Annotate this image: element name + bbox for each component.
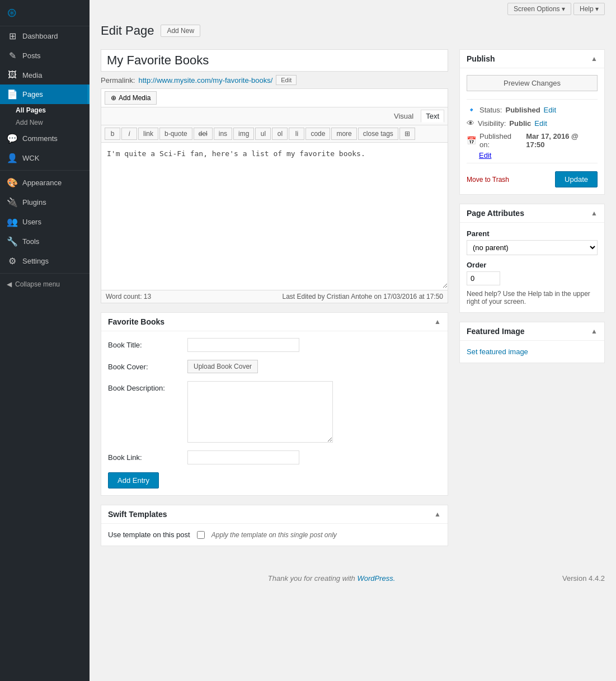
fmt-more[interactable]: more (331, 128, 356, 140)
fmt-bold[interactable]: b (105, 128, 120, 140)
add-media-label: Add Media (119, 94, 151, 102)
featured-image-toggle-icon: ▲ (591, 327, 598, 335)
preview-changes-button[interactable]: Preview Changes (467, 75, 598, 91)
favorite-books-body: Book Title: Book Cover: Upload Book Cove… (101, 331, 448, 495)
page-attributes-metabox: Page Attributes ▲ Parent (no parent) Ord… (459, 204, 605, 313)
swift-templates-metabox: Swift Templates ▲ Use template on this p… (101, 505, 448, 546)
permalink-url[interactable]: http://www.mysite.com/my-favorite-books/ (138, 76, 272, 84)
book-link-row: Book Link: (108, 450, 441, 464)
published-on-row: 📅 Published on: Mar 17, 2016 @ 17:50 (467, 130, 598, 151)
fmt-link[interactable]: link (138, 128, 158, 140)
fmt-code[interactable]: code (305, 128, 330, 140)
permalink-edit-button[interactable]: Edit (276, 75, 297, 85)
sidebar-item-dashboard[interactable]: ⊞ Dashboard (0, 26, 90, 46)
book-link-input[interactable] (187, 450, 299, 464)
sidebar-subitem-all-pages[interactable]: All Pages (0, 104, 90, 116)
sidebar-item-posts[interactable]: ✎ Posts (0, 46, 90, 65)
page-footer: Thank you for creating with WordPress. V… (90, 566, 616, 590)
swift-templates-header[interactable]: Swift Templates ▲ (101, 505, 448, 524)
featured-image-header[interactable]: Featured Image ▲ (460, 322, 604, 341)
sidebar-item-comments[interactable]: 💬 Comments (0, 129, 90, 148)
publish-body: Preview Changes 🔹 Status: Published Edit… (460, 68, 604, 194)
fmt-ol[interactable]: ol (272, 128, 288, 140)
collapse-menu[interactable]: ◀ Collapse menu (0, 276, 90, 293)
fmt-bquote[interactable]: b-quote (159, 128, 192, 140)
publish-toggle-icon: ▲ (591, 55, 598, 63)
tab-visual[interactable]: Visual (389, 110, 418, 123)
editor-textarea[interactable]: I'm quite a Sci-Fi fan, here's a list of… (101, 143, 448, 288)
featured-image-title: Featured Image (467, 327, 524, 336)
publish-header[interactable]: Publish ▲ (460, 50, 604, 68)
sidebar-item-wck[interactable]: 👤 WCK (0, 148, 90, 168)
sidebar-item-pages[interactable]: 📄 Pages (0, 84, 90, 104)
sidebar-item-plugins[interactable]: 🔌 Plugins (0, 192, 90, 212)
order-input[interactable] (467, 271, 500, 285)
add-entry-button[interactable]: Add Entry (108, 472, 159, 489)
visibility-edit-link[interactable]: Edit (534, 119, 547, 128)
page-attr-toggle-icon: ▲ (591, 209, 598, 217)
add-new-button[interactable]: Add New (161, 25, 200, 37)
use-template-checkbox[interactable] (197, 531, 205, 539)
book-title-label: Book Title: (108, 338, 181, 349)
upload-book-cover-button[interactable]: Upload Book Cover (187, 360, 258, 373)
sidebar-column: Publish ▲ Preview Changes 🔹 Status: Publ… (459, 49, 605, 555)
status-icon: 🔹 (467, 105, 476, 114)
fmt-li[interactable]: li (289, 128, 304, 140)
book-desc-label: Book Description: (108, 381, 181, 392)
post-title-input[interactable] (101, 49, 448, 72)
sidebar-subitem-add-new[interactable]: Add New (0, 116, 90, 129)
page-attributes-title: Page Attributes (467, 209, 524, 218)
move-to-trash-link[interactable]: Move to Trash (467, 176, 509, 184)
fmt-close-tags[interactable]: close tags (358, 128, 398, 140)
help-button[interactable]: Help ▾ (573, 3, 605, 15)
fmt-ins[interactable]: ins (214, 128, 232, 140)
publish-metabox: Publish ▲ Preview Changes 🔹 Status: Publ… (459, 49, 605, 195)
set-featured-image-link[interactable]: Set featured image (467, 347, 528, 356)
sidebar-item-label: Appearance (22, 179, 62, 187)
sidebar-item-media[interactable]: 🖼 Media (0, 65, 90, 84)
publish-title: Publish (467, 54, 495, 63)
screen-options-button[interactable]: Screen Options ▾ (507, 3, 571, 15)
editor-wrap: ⊕ Add Media Visual Text b i link (101, 88, 448, 303)
sidebar-item-settings[interactable]: ⚙ Settings (0, 251, 90, 271)
posts-icon: ✎ (7, 50, 18, 61)
sidebar-item-users[interactable]: 👥 Users (0, 212, 90, 232)
book-title-input[interactable] (187, 338, 299, 352)
sidebar-divider-2 (0, 273, 90, 274)
page-attr-help: Need help? Use the Help tab in the upper… (467, 290, 598, 306)
fmt-img[interactable]: img (233, 128, 254, 140)
page-attributes-header[interactable]: Page Attributes ▲ (460, 204, 604, 223)
page-attributes-body: Parent (no parent) Order Need help? Use … (460, 223, 604, 312)
swift-toggle-icon: ▲ (434, 510, 441, 518)
favorite-books-header[interactable]: Favorite Books ▲ (101, 313, 448, 331)
publish-separator-1 (467, 99, 598, 100)
fmt-fullscreen[interactable]: ⊞ (399, 128, 415, 140)
order-label: Order (467, 261, 598, 269)
favorite-books-metabox: Favorite Books ▲ Book Title: Book Cover:… (101, 312, 448, 496)
editor-media-bar: ⊕ Add Media (101, 89, 448, 107)
featured-image-metabox: Featured Image ▲ Set featured image (459, 322, 605, 363)
parent-select[interactable]: (no parent) (467, 240, 598, 255)
book-desc-textarea[interactable] (187, 381, 333, 443)
fmt-italic[interactable]: i (121, 128, 137, 140)
published-edit-link[interactable]: Edit (479, 151, 491, 159)
fmt-ul[interactable]: ul (255, 128, 271, 140)
sidebar-item-tools[interactable]: 🔧 Tools (0, 232, 90, 251)
book-title-row: Book Title: (108, 338, 441, 352)
permalink-bar: Permalink: http://www.mysite.com/my-favo… (101, 72, 448, 88)
tab-text[interactable]: Text (421, 110, 444, 123)
fmt-del[interactable]: del (194, 128, 213, 140)
status-label: Status: (479, 106, 502, 114)
media-icon: 🖼 (7, 70, 18, 80)
status-edit-link[interactable]: Edit (544, 106, 556, 114)
wordpress-link[interactable]: WordPress. (357, 574, 395, 583)
sidebar: ⊛ ⊞ Dashboard ✎ Posts 🖼 Media 📄 Pages Al… (0, 0, 90, 681)
screen-options-label: Screen Options (514, 5, 560, 13)
sidebar-item-appearance[interactable]: 🎨 Appearance (0, 173, 90, 192)
add-media-button[interactable]: ⊕ Add Media (105, 91, 157, 105)
published-value: Mar 17, 2016 @ 17:50 (526, 132, 598, 149)
editor-footer: Word count: 13 Last Edited by Cristian A… (101, 290, 448, 303)
page-header: Edit Page Add New (90, 18, 616, 38)
wp-icon: ⊛ (7, 6, 17, 20)
update-button[interactable]: Update (555, 171, 598, 187)
